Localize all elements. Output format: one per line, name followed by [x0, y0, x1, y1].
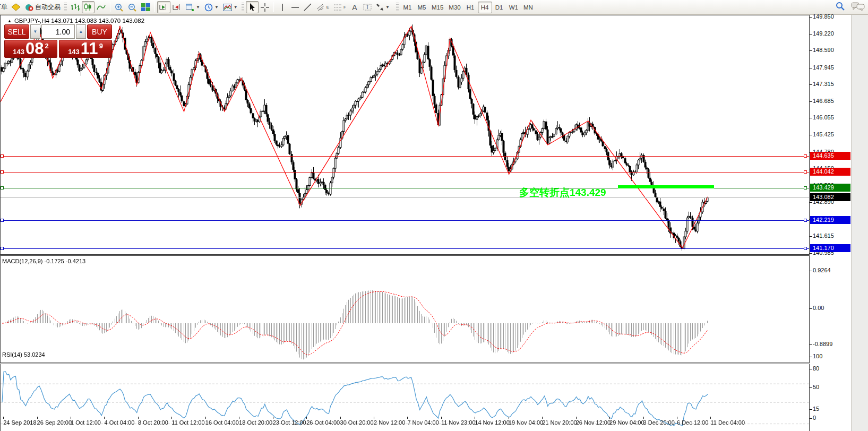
line-handle[interactable]: [1, 154, 4, 158]
rsi-axis-tick: 0: [813, 415, 816, 421]
date-axis-tickmark: [509, 417, 509, 419]
crosshair-icon: [261, 3, 269, 12]
new-order-button[interactable]: 订单: [0, 1, 10, 13]
line-handle[interactable]: [804, 219, 807, 222]
timeframe-mn[interactable]: MN: [521, 2, 536, 13]
vertical-line-tool[interactable]: [276, 1, 289, 13]
volume-decrease-button[interactable]: ▼: [30, 24, 40, 39]
rsi-label: RSI(14) 53.0234: [2, 351, 45, 358]
profiles-button[interactable]: ▼: [202, 1, 221, 13]
line-handle[interactable]: [804, 247, 807, 250]
price-line-142.219[interactable]: [1, 220, 809, 221]
equidistant-channel-tool[interactable]: E: [314, 1, 331, 13]
vertical-line-icon: [280, 3, 285, 12]
date-axis-label: 24 Sep 2018: [3, 419, 36, 426]
date-axis-label: 18 Oct 20:00: [239, 419, 272, 426]
date-axis-tickmark: [37, 417, 38, 419]
date-axis-tickmark: [407, 417, 408, 419]
price-line-144.635[interactable]: [1, 156, 809, 157]
date-axis-tickmark: [677, 417, 677, 419]
sell-button[interactable]: SELL: [4, 24, 29, 39]
text-label-tool[interactable]: T: [361, 1, 374, 13]
zoom-in-button[interactable]: [113, 1, 126, 13]
timeframe-m5[interactable]: M5: [415, 2, 429, 13]
date-axis-label: 3 Dec 20:00: [643, 419, 675, 426]
line-handle[interactable]: [1, 186, 4, 189]
candlestick-canvas[interactable]: [1, 15, 809, 254]
new-chart-icon: [186, 3, 194, 11]
date-axis-label: 26 Nov 12:00: [576, 419, 611, 426]
price-axis-tickmark: [810, 135, 812, 135]
autotrading-button[interactable]: 自动交易: [23, 1, 63, 13]
price-flag-142.219: 142.219: [810, 216, 850, 224]
date-axis-label: 21 Nov 20:00: [542, 419, 577, 426]
new-chart-button[interactable]: ▼: [184, 1, 202, 13]
line-chart-button[interactable]: [94, 1, 108, 13]
horizontal-line-tool[interactable]: [289, 1, 302, 13]
macd-axis-tick: 0.00: [813, 305, 824, 311]
rsi-axis-tick: 100: [813, 353, 822, 359]
bar-chart-button[interactable]: [68, 1, 82, 13]
timeframe-w1[interactable]: W1: [506, 2, 521, 13]
line-handle[interactable]: [1, 247, 4, 250]
line-handle[interactable]: [1, 219, 4, 222]
buy-price-button[interactable]: 143 11 9: [59, 40, 112, 58]
tile-windows-button[interactable]: [139, 1, 152, 13]
arrows-tool[interactable]: ▼: [374, 1, 392, 13]
autoscroll-button[interactable]: [157, 1, 170, 13]
date-axis-label: 11 Dec 04:00: [710, 419, 745, 426]
line-handle[interactable]: [804, 186, 807, 189]
volume-input[interactable]: 1.00: [41, 24, 75, 39]
price-axis-tick: 145.425: [813, 131, 834, 137]
price-axis-tick: 146.055: [813, 114, 834, 120]
crosshair-button[interactable]: [259, 1, 271, 13]
fibonacci-tool[interactable]: F: [331, 1, 348, 13]
price-line-143.082: [1, 197, 809, 198]
sell-price-button[interactable]: 143 08 2: [4, 40, 57, 58]
arrows-icon: [376, 3, 384, 11]
price-axis-tickmark: [810, 50, 812, 51]
timeframe-m30[interactable]: M30: [446, 2, 463, 13]
chat-icon[interactable]: [851, 2, 865, 11]
rsi-axis-tick: 15: [813, 406, 819, 412]
price-flag-141.170: 141.170: [810, 244, 850, 252]
volume-increase-button[interactable]: ▲: [76, 24, 86, 39]
highlight-trendline[interactable]: [618, 185, 714, 188]
fibonacci-icon: [333, 4, 342, 11]
timeframe-d1[interactable]: D1: [492, 2, 506, 13]
timeframe-h1[interactable]: H1: [463, 2, 478, 13]
templates-button[interactable]: ▼: [221, 1, 240, 13]
timeframe-h4[interactable]: H4: [478, 2, 492, 13]
macd-canvas[interactable]: [1, 256, 809, 363]
date-axis-tickmark: [643, 417, 644, 419]
date-axis-tickmark: [542, 417, 543, 419]
trendline-tool[interactable]: [302, 1, 314, 13]
metaeditor-button[interactable]: [10, 1, 23, 13]
date-axis-label: 26 Sep 20:00: [37, 419, 72, 426]
line-handle[interactable]: [1, 170, 4, 174]
channel-icon: [316, 4, 325, 11]
macd-label: MACD(12,26,9) -0.1725 -0.4213: [2, 258, 85, 264]
buy-button[interactable]: BUY: [87, 24, 112, 39]
cursor-button[interactable]: [246, 1, 259, 13]
svg-text:T: T: [366, 4, 369, 10]
toolbar: 订单 自动交易 ▼ ▼ ▼: [0, 0, 868, 15]
window-right-strip: [851, 15, 868, 431]
zoom-out-button[interactable]: [126, 1, 139, 13]
search-icon[interactable]: [836, 2, 845, 11]
timeframe-m1[interactable]: M1: [400, 2, 415, 13]
price-line-144.042[interactable]: [1, 172, 809, 173]
template-icon: [223, 4, 232, 11]
zoom-out-icon: [128, 3, 137, 12]
price-line-141.170[interactable]: [1, 248, 809, 249]
line-handle[interactable]: [804, 154, 807, 158]
text-tool[interactable]: A: [348, 1, 361, 13]
line-handle[interactable]: [804, 170, 807, 174]
candlestick-chart-button[interactable]: [82, 1, 94, 13]
chart-shift-button[interactable]: [170, 1, 184, 13]
price-axis-tick: 148.590: [813, 47, 834, 53]
macd-axis-tickmark: [810, 308, 812, 309]
date-axis-tickmark: [306, 417, 307, 419]
collapse-arrow-icon[interactable]: ▲: [7, 19, 12, 23]
timeframe-m15[interactable]: M15: [429, 2, 446, 13]
